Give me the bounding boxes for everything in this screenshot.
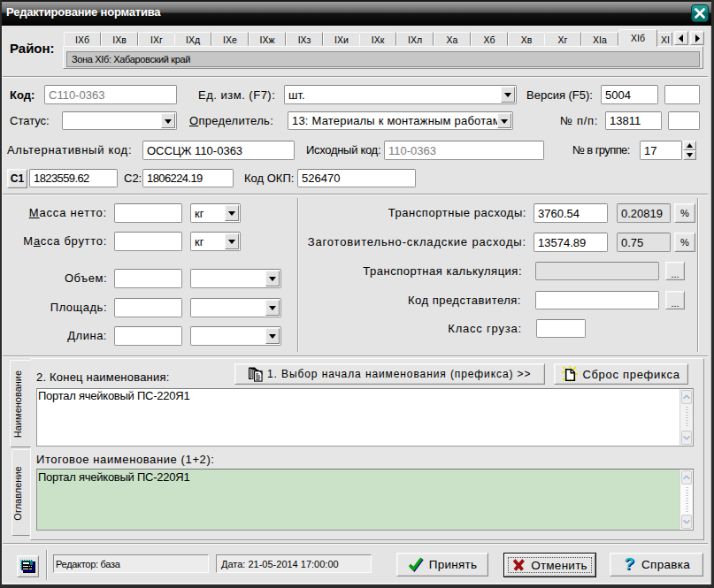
svg-text:Наименование: Наименование	[12, 370, 23, 438]
svg-text:?: ?	[623, 556, 635, 573]
svg-text:Оглавление: Оглавление	[12, 466, 23, 520]
